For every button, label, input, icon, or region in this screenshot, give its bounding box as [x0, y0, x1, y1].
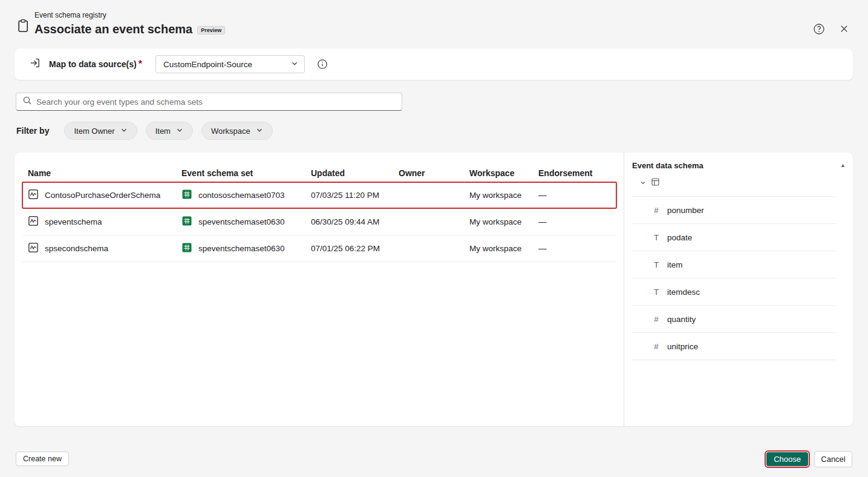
chevron-down-icon: [120, 127, 128, 136]
datasource-selected-value: CustomEndpoint-Source: [163, 60, 252, 69]
column-name: Name: [28, 168, 181, 178]
create-new-button[interactable]: Create new: [16, 452, 69, 466]
schema-field-row[interactable]: # ponumber: [632, 197, 836, 224]
number-field-icon: #: [651, 315, 661, 324]
row-workspace: My workspace: [469, 244, 538, 253]
schema-field-list: # ponumber T podate T item T itemdesc # …: [632, 196, 836, 360]
chevron-down-icon: [639, 178, 647, 189]
search-box: [16, 93, 402, 111]
filter-row: Filter by Item Owner Item Workspace: [16, 122, 281, 140]
choose-button[interactable]: Choose: [766, 452, 808, 466]
help-button[interactable]: [811, 21, 827, 38]
schema-set-icon: [181, 189, 192, 202]
schema-set-icon: [181, 215, 192, 228]
row-schema-set: speventschemaset0630: [198, 217, 285, 226]
schema-node-icon: [651, 177, 660, 189]
event-data-schema-panel: Event data schema ▲ # ponumber T podate …: [624, 153, 853, 426]
row-name: speventschema: [45, 217, 102, 226]
row-updated: 07/03/25 11:20 PM: [311, 191, 399, 200]
row-updated: 07/01/25 06:22 PM: [311, 244, 399, 253]
event-schema-item-icon: [28, 215, 39, 228]
text-field-icon: T: [651, 233, 661, 242]
row-updated: 06/30/25 09:44 AM: [311, 217, 399, 226]
map-to-source-icon: [29, 57, 41, 71]
schema-field-row[interactable]: T itemdesc: [632, 278, 836, 306]
row-endorsement: —: [538, 244, 617, 253]
row-workspace: My workspace: [469, 191, 538, 200]
required-asterisk: *: [139, 59, 142, 70]
filter-item-owner-label: Item Owner: [74, 127, 114, 136]
close-button[interactable]: [835, 21, 852, 38]
event-schema-item-icon: [28, 242, 39, 255]
field-label: itemdesc: [667, 288, 700, 297]
page-title: Associate an event schema: [34, 22, 192, 36]
filter-workspace[interactable]: Workspace: [201, 122, 273, 140]
field-label: item: [667, 260, 683, 269]
row-endorsement: —: [538, 191, 617, 200]
row-name: spsecondschema: [45, 244, 108, 253]
number-field-icon: #: [651, 342, 661, 351]
row-endorsement: —: [538, 217, 617, 226]
schema-table: Name Event schema set Updated Owner Work…: [15, 153, 624, 426]
field-label: unitprice: [667, 342, 698, 351]
table-body: ContosoPurchaseOrderSchema contososchema…: [22, 182, 617, 262]
schema-field-row[interactable]: # quantity: [632, 306, 836, 333]
number-field-icon: #: [651, 206, 661, 215]
row-schema-set: speventschemaset0630: [198, 244, 285, 253]
filter-item-label: Item: [155, 127, 171, 136]
table-row[interactable]: speventschema speventschemaset0630 06/30…: [22, 209, 617, 235]
schema-field-row[interactable]: T podate: [632, 224, 836, 251]
search-icon: [22, 96, 32, 108]
close-icon: [840, 24, 849, 35]
datasource-card: Map to data source(s) * CustomEndpoint-S…: [15, 48, 853, 80]
event-schema-item-icon: [28, 189, 39, 202]
field-label: podate: [667, 233, 692, 242]
table-row[interactable]: ContosoPurchaseOrderSchema contososchema…: [22, 182, 617, 209]
main-panel: Name Event schema set Updated Owner Work…: [15, 153, 853, 426]
chevron-down-icon: [256, 127, 263, 136]
help-icon: [813, 23, 825, 37]
search-input[interactable]: [36, 97, 396, 107]
column-event-schema-set: Event schema set: [181, 168, 311, 178]
row-schema-set: contososchemaset0703: [198, 191, 285, 200]
table-row[interactable]: spsecondschema speventschemaset0630 07/0…: [22, 235, 617, 262]
text-field-icon: T: [651, 260, 661, 269]
cancel-button[interactable]: Cancel: [814, 451, 852, 467]
filter-workspace-label: Workspace: [211, 127, 250, 136]
field-label: ponumber: [667, 206, 704, 215]
schema-registry-icon: [16, 19, 30, 36]
preview-badge: Preview: [197, 26, 225, 35]
text-field-icon: T: [651, 288, 661, 297]
datasource-label: Map to data source(s): [49, 59, 137, 69]
chevron-down-icon: [291, 60, 298, 69]
column-updated: Updated: [311, 168, 399, 178]
associate-event-schema-dialog: Event schema registry Associate an event…: [0, 0, 868, 477]
info-icon[interactable]: [317, 59, 328, 70]
schema-tree-toggle[interactable]: [632, 177, 844, 189]
datasource-dropdown[interactable]: CustomEndpoint-Source: [155, 55, 305, 73]
schema-field-row[interactable]: # unitprice: [632, 333, 836, 360]
schema-field-row[interactable]: T item: [632, 251, 836, 278]
column-owner: Owner: [399, 168, 469, 178]
filter-item-owner[interactable]: Item Owner: [64, 122, 137, 140]
scrollbar-up-arrow[interactable]: ▲: [840, 162, 846, 168]
filter-item[interactable]: Item: [146, 122, 193, 140]
row-workspace: My workspace: [469, 217, 538, 226]
schema-set-icon: [181, 242, 192, 255]
field-label: quantity: [667, 315, 696, 324]
table-header: Name Event schema set Updated Owner Work…: [22, 164, 617, 182]
registry-label: Event schema registry: [34, 11, 106, 19]
row-name: ContosoPurchaseOrderSchema: [45, 191, 160, 200]
column-endorsement: Endorsement: [538, 168, 617, 178]
column-workspace: Workspace: [469, 168, 538, 178]
chevron-down-icon: [176, 127, 183, 136]
schema-panel-title: Event data schema: [632, 161, 844, 170]
filter-by-label: Filter by: [16, 126, 49, 136]
